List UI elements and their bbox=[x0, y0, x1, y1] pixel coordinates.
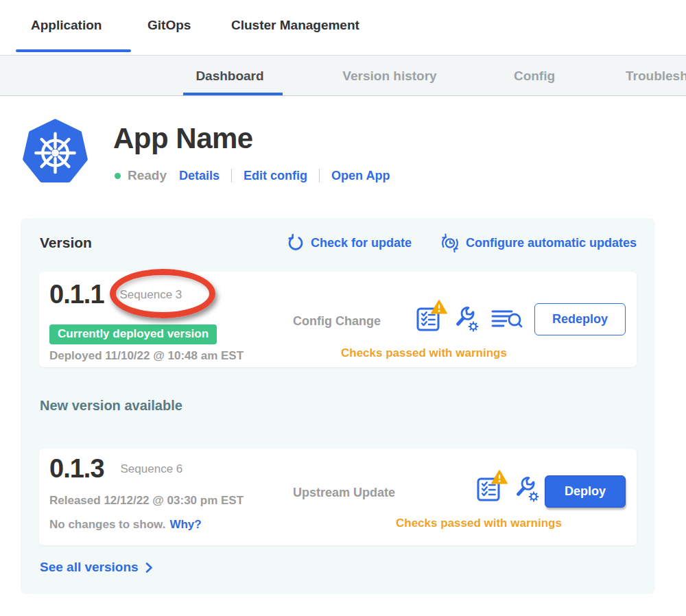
top-nav-tab-cluster-management[interactable]: Cluster Management bbox=[231, 18, 359, 33]
preflight-checks-icon[interactable] bbox=[415, 306, 440, 332]
current-version-number: 0.1.1 bbox=[49, 280, 104, 309]
configure-automatic-updates-label: Configure automatic updates bbox=[466, 236, 637, 250]
chevron-right-icon bbox=[145, 562, 153, 573]
edit-config-link[interactable]: Edit config bbox=[244, 169, 307, 183]
status-label: Ready bbox=[128, 168, 167, 183]
next-version-row: 0.1.3 Sequence 6 bbox=[49, 454, 182, 484]
app-name-title: App Name bbox=[113, 122, 253, 155]
next-version-number: 0.1.3 bbox=[49, 454, 104, 484]
kots-admin-dashboard: Application GitOps Cluster Management Da… bbox=[0, 0, 686, 616]
diff-summary-text: No changes to show. bbox=[49, 518, 165, 531]
deploy-button[interactable]: Deploy bbox=[545, 475, 626, 508]
current-version-card: 0.1.1 Sequence 3 Currently deployed vers… bbox=[39, 272, 637, 367]
top-nav: Application GitOps Cluster Management bbox=[0, 0, 686, 55]
configure-automatic-updates-link[interactable]: Configure automatic updates bbox=[440, 233, 637, 252]
current-version-icons bbox=[415, 305, 523, 333]
version-panel-actions: Check for update Configure automatic upd… bbox=[287, 233, 637, 252]
new-version-available-heading: New version available bbox=[40, 398, 182, 414]
details-link[interactable]: Details bbox=[179, 169, 220, 183]
see-all-versions-link[interactable]: See all versions bbox=[40, 560, 153, 575]
version-source-label: Upstream Update bbox=[293, 486, 395, 500]
next-version-card: 0.1.3 Sequence 6 Released 12/12/22 @ 03:… bbox=[39, 449, 637, 545]
top-nav-tab-application[interactable]: Application bbox=[31, 18, 102, 33]
current-version-row: 0.1.1 Sequence 3 bbox=[49, 280, 182, 309]
redeploy-button[interactable]: Redeploy bbox=[534, 303, 626, 335]
refresh-icon bbox=[287, 234, 305, 252]
app-sub-nav: Dashboard Version history Config Trouble… bbox=[0, 55, 686, 96]
open-app-link[interactable]: Open App bbox=[331, 169, 390, 183]
diff-summary: No changes to show.Why? bbox=[49, 518, 202, 532]
next-checks-status: Checks passed with warnings bbox=[396, 517, 562, 530]
sub-nav-tab-version-history[interactable]: Version history bbox=[342, 69, 436, 84]
sub-nav-tab-troubleshoot[interactable]: Troubleshoot bbox=[626, 69, 686, 84]
version-source-label: Config Change bbox=[293, 314, 381, 329]
active-tab-underline bbox=[16, 49, 131, 52]
link-divider bbox=[319, 169, 320, 182]
current-checks-status: Checks passed with warnings bbox=[341, 346, 507, 360]
wrench-gear-icon[interactable] bbox=[452, 305, 480, 333]
link-divider bbox=[231, 169, 232, 182]
version-panel: Version Check for update bbox=[21, 218, 655, 594]
sub-nav-tab-config[interactable]: Config bbox=[514, 69, 555, 84]
current-version-sequence: Sequence 3 bbox=[120, 288, 182, 302]
released-timestamp: Released 12/12/22 @ 03:30 pm EST bbox=[49, 494, 244, 508]
version-panel-title: Version bbox=[40, 235, 92, 251]
top-nav-tab-gitops[interactable]: GitOps bbox=[147, 18, 191, 33]
check-for-update-label: Check for update bbox=[311, 236, 412, 250]
active-subtab-underline bbox=[183, 93, 283, 95]
currently-deployed-badge: Currently deployed version bbox=[49, 324, 217, 344]
check-for-update-link[interactable]: Check for update bbox=[287, 233, 412, 252]
why-link[interactable]: Why? bbox=[169, 518, 201, 531]
schedule-update-icon bbox=[440, 233, 460, 252]
next-version-icons bbox=[475, 475, 540, 503]
app-status-row: Ready Details Edit config Open App bbox=[115, 166, 390, 185]
status-dot-icon bbox=[115, 173, 121, 179]
see-all-versions-label: See all versions bbox=[40, 560, 139, 575]
deployed-timestamp: Deployed 11/10/22 @ 10:48 am EST bbox=[49, 349, 244, 363]
preflight-checks-icon[interactable] bbox=[475, 476, 501, 502]
wrench-gear-icon[interactable] bbox=[512, 475, 540, 503]
diff-view-icon[interactable] bbox=[491, 307, 523, 331]
kubernetes-logo-icon bbox=[23, 118, 88, 185]
sub-nav-tab-dashboard[interactable]: Dashboard bbox=[196, 69, 263, 84]
warning-triangle-icon bbox=[491, 470, 508, 484]
next-version-sequence: Sequence 6 bbox=[121, 462, 183, 476]
warning-triangle-icon bbox=[431, 300, 447, 314]
